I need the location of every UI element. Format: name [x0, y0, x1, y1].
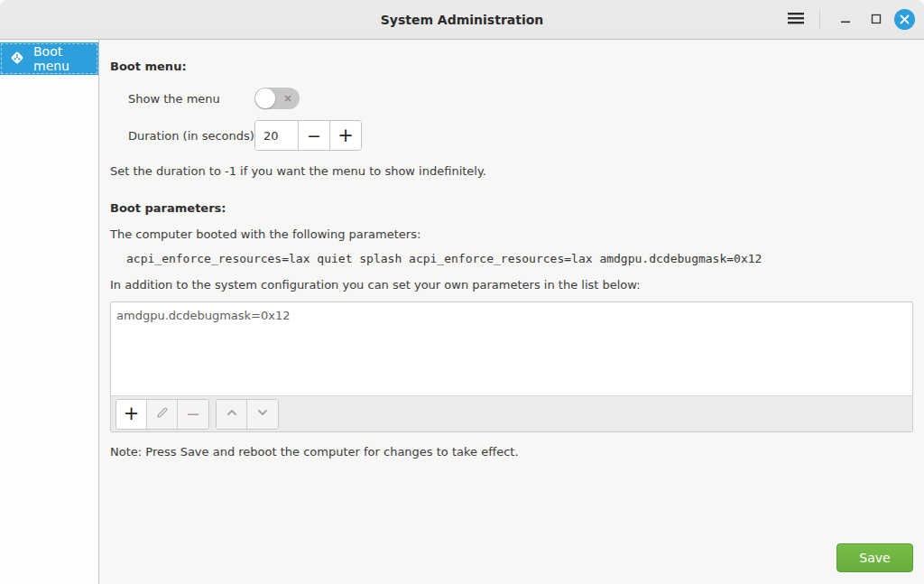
show-menu-label: Show the menu [128, 92, 254, 106]
plus-icon: + [337, 126, 354, 145]
maximize-icon [871, 11, 882, 28]
chevron-down-icon [255, 405, 270, 422]
close-icon [900, 11, 910, 28]
toggle-off-mark: × [283, 93, 292, 104]
sidebar-item-label: Boot menu [33, 44, 98, 73]
sidebar-item-boot-menu[interactable]: Boot menu [0, 42, 98, 75]
boot-menu-heading: Boot menu: [110, 60, 913, 74]
save-button[interactable]: Save [836, 543, 913, 572]
remove-param-button[interactable]: − [178, 400, 208, 429]
booted-params-label: The computer booted with the following p… [110, 227, 913, 241]
move-button-group [216, 399, 279, 430]
params-frame: amdgpu.dcdebugmask=0x12 + [110, 301, 913, 432]
duration-row: Duration (in seconds) − + [110, 120, 913, 151]
hamburger-icon [787, 11, 805, 29]
boot-parameters-heading: Boot parameters: [110, 201, 913, 216]
param-list-item[interactable]: amdgpu.dcdebugmask=0x12 [116, 308, 907, 323]
chevron-up-icon [225, 405, 239, 422]
edit-button-group: + − [116, 399, 209, 430]
duration-decrement-button[interactable]: − [298, 121, 329, 150]
duration-spinbox: − + [254, 120, 362, 151]
move-up-button[interactable] [217, 400, 247, 429]
params-list[interactable]: amdgpu.dcdebugmask=0x12 [111, 302, 912, 395]
titlebar-separator [819, 10, 820, 30]
minus-icon: − [186, 405, 200, 422]
move-down-button[interactable] [247, 400, 278, 429]
boot-menu-icon [9, 50, 25, 69]
edit-param-button[interactable] [147, 400, 178, 429]
show-menu-toggle[interactable]: × [254, 88, 300, 109]
params-toolbar: + − [111, 395, 912, 431]
maximize-button[interactable] [864, 7, 889, 32]
minus-icon: − [307, 127, 321, 144]
add-param-button[interactable]: + [116, 400, 147, 429]
sidebar: Boot menu [0, 40, 99, 584]
own-params-label: In addition to the system configuration … [110, 278, 913, 292]
titlebar-controls [783, 7, 915, 32]
minimize-icon [840, 11, 851, 28]
duration-hint: Set the duration to -1 if you want the m… [110, 164, 913, 178]
pencil-icon [155, 405, 170, 422]
duration-label: Duration (in seconds) [128, 129, 254, 143]
duration-input[interactable] [255, 121, 298, 150]
show-menu-row: Show the menu × [110, 88, 913, 109]
close-button[interactable] [894, 9, 915, 30]
titlebar: System Administration [0, 0, 924, 40]
save-note: Note: Press Save and reboot the computer… [110, 445, 913, 459]
toggle-knob [255, 88, 275, 108]
booted-params-value: acpi_enforce_resources=lax quiet splash … [126, 252, 913, 265]
menu-button[interactable] [783, 7, 808, 32]
add-icon: + [124, 404, 140, 423]
minimize-button[interactable] [833, 7, 858, 32]
system-administration-window: System Administration [0, 0, 924, 584]
window-title: System Administration [381, 13, 544, 27]
main-content: Boot menu: Show the menu × Duration (in … [99, 40, 924, 584]
duration-increment-button[interactable]: + [329, 121, 361, 150]
